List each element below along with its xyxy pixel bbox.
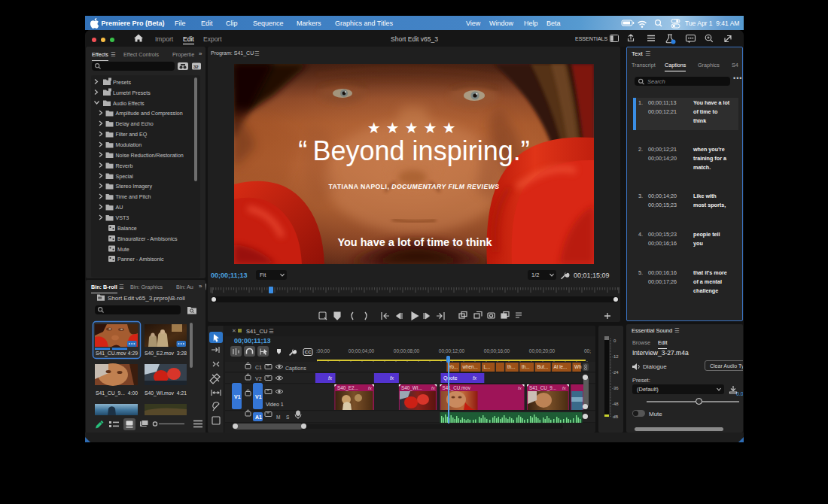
svg-text:Quote: Quote [443, 375, 458, 381]
svg-text:32: 32 [193, 65, 199, 69]
svg-text:think: think [693, 117, 706, 124]
svg-text:Balance: Balance [117, 226, 137, 232]
svg-text:-24: -24 [612, 370, 619, 375]
svg-text:00;00;16;16: 00;00;16;16 [648, 269, 677, 276]
svg-text:dB: dB [613, 414, 618, 419]
svg-text:TATIANA NAPOLI, DOCUMENTARY FI: TATIANA NAPOLI, DOCUMENTARY FILM REVIEWS [328, 183, 499, 190]
svg-text:You have a lot: You have a lot [693, 99, 730, 106]
svg-text:0: 0 [613, 339, 616, 343]
svg-text:fx: fx [390, 375, 394, 381]
svg-text:00;00;08;00: 00;00;08;00 [394, 348, 420, 354]
svg-text:when...: when... [462, 364, 479, 369]
svg-text:S41_CU.mov: S41_CU.mov [96, 351, 126, 357]
svg-text:fx: fx [473, 375, 477, 381]
svg-text:00;00;11;13: 00;00;11;13 [648, 99, 676, 106]
svg-text:Audio Effects: Audio Effects [113, 101, 145, 107]
svg-text:4:00: 4:00 [128, 390, 138, 396]
svg-text:Stereo Imagery: Stereo Imagery [116, 184, 153, 190]
svg-text:00;00;15;23: 00;00;15;23 [648, 231, 677, 238]
svg-text:00;00;17;26: 00;00;17;26 [648, 278, 677, 285]
svg-text:match.: match. [693, 164, 711, 171]
svg-text:-36: -36 [612, 386, 619, 390]
svg-text:Mute: Mute [117, 247, 129, 253]
svg-text:Delay and Echo: Delay and Echo [116, 121, 154, 127]
svg-text:S40_WI...: S40_WI... [401, 385, 422, 391]
svg-text:00;00;14;20: 00;00;14;20 [648, 193, 677, 199]
svg-text:CC: CC [305, 350, 312, 354]
svg-text:00;00;04;00: 00;00;04;00 [349, 348, 375, 354]
svg-text:S40_E2.mov: S40_E2.mov [145, 351, 175, 357]
svg-text:Yo...: Yo... [449, 364, 458, 369]
svg-text:th...: th... [507, 364, 516, 369]
svg-text:of time to: of time to [693, 108, 718, 115]
svg-text:Time and Pitch: Time and Pitch [116, 194, 151, 200]
svg-text:Reverb: Reverb [116, 163, 133, 169]
svg-text:VST3: VST3 [116, 215, 129, 221]
svg-text:of a mental: of a mental [693, 278, 722, 285]
svg-text:Lumetri Presets: Lumetri Presets [113, 90, 151, 96]
svg-text:★★★★★: ★★★★★ [367, 120, 461, 136]
svg-text:S40_WI.mov: S40_WI.mov [145, 390, 175, 396]
svg-text:00;00;20;00: 00;00;20;00 [529, 348, 556, 354]
svg-text:5.: 5. [638, 269, 643, 276]
svg-text:“ Beyond inspiring.”: “ Beyond inspiring.” [298, 135, 529, 166]
svg-text:th...: th... [522, 364, 530, 369]
svg-text:3:28: 3:28 [177, 351, 187, 356]
svg-text:4:21: 4:21 [177, 390, 187, 396]
svg-text:Binauralizer - Ambisonics: Binauralizer - Ambisonics [117, 236, 178, 242]
svg-text:-12: -12 [612, 354, 619, 359]
svg-text:4.: 4. [638, 231, 643, 238]
svg-text:00;00;12;21: 00;00;12;21 [648, 146, 677, 153]
svg-text:Filter and EQ: Filter and EQ [116, 132, 148, 138]
svg-text:Modulation: Modulation [116, 142, 142, 148]
svg-text:most sports,: most sports, [693, 202, 726, 208]
svg-text:00;00;12;21: 00;00;12;21 [648, 108, 677, 115]
svg-text:fx: fx [328, 375, 333, 381]
svg-text:At le...: At le... [554, 364, 568, 369]
svg-text:when you're: when you're [693, 146, 725, 153]
svg-text:Presets: Presets [113, 80, 132, 86]
svg-text:S41_CU_9...: S41_CU_9... [96, 390, 125, 396]
svg-text:S40_E2...: S40_E2... [337, 385, 358, 391]
svg-text:challenge: challenge [693, 287, 718, 294]
svg-text:Noise Reduction/Restoration: Noise Reduction/Restoration [116, 153, 184, 159]
svg-text:Amplitude and Compression: Amplitude and Compression [116, 111, 183, 117]
svg-text:2.: 2. [638, 146, 643, 153]
svg-text:1.: 1. [638, 99, 643, 106]
svg-text:you: you [693, 240, 703, 247]
svg-text:00;00;15;23: 00;00;15;23 [648, 202, 677, 208]
svg-text:Special: Special [116, 174, 134, 180]
svg-text:-48: -48 [612, 402, 619, 406]
svg-text:people tell: people tell [693, 231, 720, 238]
svg-text:00;: 00; [584, 348, 591, 354]
svg-text:L...: L... [484, 364, 491, 369]
svg-text:S41_CU.mov: S41_CU.mov [443, 385, 471, 391]
svg-text:that it's more: that it's more [693, 269, 727, 276]
svg-text:Like with: Like with [693, 193, 717, 199]
svg-text:You have a lot of time to thin: You have a lot of time to think [337, 236, 492, 248]
svg-text:Panner - Ambisonic: Panner - Ambisonic [117, 257, 164, 263]
svg-text:Wh: Wh [574, 364, 582, 369]
svg-text:00;00;14;20: 00;00;14;20 [648, 155, 677, 162]
svg-text:S41_CU_9...: S41_CU_9... [529, 385, 556, 391]
svg-text:4:29: 4:29 [128, 351, 138, 356]
svg-text:00;00;12;00: 00;00;12;00 [439, 348, 465, 354]
svg-text:3.: 3. [638, 193, 643, 199]
svg-text::00;00: :00;00 [316, 348, 330, 354]
svg-text:00;00;16;00: 00;00;16;00 [484, 348, 510, 354]
svg-text:AU: AU [116, 205, 123, 211]
svg-text:00;00;16;16: 00;00;16;16 [648, 240, 677, 247]
svg-text:training for a: training for a [693, 155, 727, 162]
svg-text:But...: But... [537, 364, 549, 369]
